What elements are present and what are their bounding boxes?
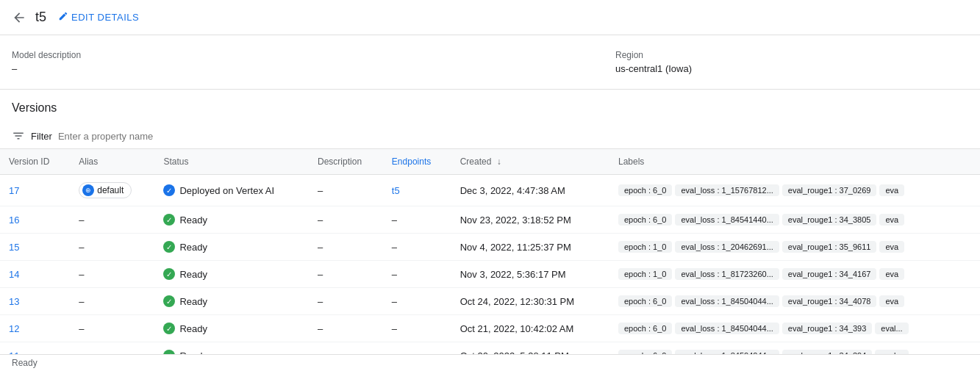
ready-icon: ✓ (163, 241, 175, 253)
label-chip: eva (879, 184, 904, 196)
version-id-cell: 17 (0, 175, 70, 206)
label-chip: eval_loss : 1_81723260... (675, 268, 779, 280)
status-bar: Ready (0, 354, 980, 371)
status-cell: ✓Ready (154, 288, 309, 315)
created-cell: Nov 23, 2022, 3:18:52 PM (451, 206, 609, 234)
description-cell: – (309, 261, 383, 288)
label-chip: epoch : 6_0 (618, 214, 673, 226)
label-chip: eval_loss : 1_84504044... (675, 323, 779, 334)
versions-table-container: Version ID Alias Status Description Endp… (0, 149, 980, 371)
label-chip: eval_loss : 1_15767812... (675, 184, 779, 196)
versions-title: Versions (0, 90, 980, 123)
back-button[interactable] (12, 10, 26, 25)
label-chip: epoch : 1_0 (618, 268, 673, 280)
alias-cell: ⊕ default (70, 175, 154, 206)
labels-cell: epoch : 6_0eval_loss : 1_84541440...eval… (609, 206, 980, 234)
label-chip: eva (879, 268, 904, 280)
ready-icon: ✓ (163, 323, 175, 334)
versions-table: Version ID Alias Status Description Endp… (0, 149, 980, 371)
alias-cell: – (70, 206, 154, 234)
description-cell: – (309, 206, 383, 234)
version-id-cell: 14 (0, 261, 70, 288)
label-chip: eval_rouge1 : 34_3805 (782, 214, 877, 226)
endpoint-cell: – (383, 288, 451, 315)
created-cell: Nov 4, 2022, 11:25:37 PM (451, 234, 609, 261)
col-labels: Labels (609, 149, 980, 175)
endpoint-cell: – (383, 315, 451, 342)
alias-cell: – (70, 234, 154, 261)
ready-icon: ✓ (163, 214, 175, 226)
status-cell: ✓Ready (154, 261, 309, 288)
label-chip: eva (879, 214, 904, 226)
label-chip: epoch : 1_0 (618, 241, 673, 253)
version-id-link[interactable]: 16 (9, 215, 19, 226)
version-id-cell: 13 (0, 288, 70, 315)
version-id-link[interactable]: 13 (9, 296, 19, 307)
edit-details-button[interactable]: EDIT DETAILS (58, 11, 139, 24)
alias-chip: ⊕ default (79, 182, 132, 198)
status-cell: ✓Deployed on Vertex AI (154, 175, 309, 206)
label-chip: eval_rouge1 : 34_393 (782, 323, 872, 334)
label-chip: eval_rouge1 : 37_0269 (782, 184, 877, 196)
ready-icon: ✓ (163, 268, 175, 280)
label-chip: eval_loss : 1_20462691... (675, 241, 779, 253)
col-status: Status (154, 149, 309, 175)
version-id-link[interactable]: 15 (9, 242, 19, 253)
description-label: Model description (12, 50, 601, 60)
alias-cell: – (70, 261, 154, 288)
label-chip: eval_rouge1 : 35_9611 (782, 241, 877, 253)
endpoint-link[interactable]: t5 (392, 185, 400, 196)
description-value: – (12, 63, 601, 74)
description-cell: – (309, 234, 383, 261)
filter-input[interactable] (58, 131, 968, 142)
label-chip: eval_loss : 1_84504044... (675, 295, 779, 307)
label-chip: eval_rouge1 : 34_4078 (782, 295, 877, 307)
table-row: 13–✓Ready––Oct 24, 2022, 12:30:31 PMepoc… (0, 288, 980, 315)
table-header: Version ID Alias Status Description Endp… (0, 149, 980, 175)
model-description-section: Model description – (12, 50, 601, 74)
col-endpoints: Endpoints (383, 149, 451, 175)
version-id-cell: 15 (0, 234, 70, 261)
model-name: t5 (35, 10, 46, 25)
status-text: Ready (179, 215, 207, 226)
region-section: Region us-central1 (Iowa) (601, 50, 968, 74)
region-label: Region (615, 50, 968, 60)
pencil-icon (58, 11, 68, 24)
filter-bar: Filter (0, 123, 980, 149)
col-created[interactable]: Created ↓ (451, 149, 609, 175)
label-chip: eva (879, 295, 904, 307)
ready-icon: ✓ (163, 295, 175, 307)
labels-cell: epoch : 6_0eval_loss : 1_84504044...eval… (609, 288, 980, 315)
alias-cell: – (70, 315, 154, 342)
table-row: 16–✓Ready––Nov 23, 2022, 3:18:52 PMepoch… (0, 206, 980, 234)
endpoint-cell: – (383, 261, 451, 288)
status-text: Ready (179, 242, 207, 253)
status-cell: ✓Ready (154, 234, 309, 261)
endpoint-cell: – (383, 206, 451, 234)
deployed-icon: ✓ (163, 184, 175, 196)
edit-details-label: EDIT DETAILS (71, 12, 139, 23)
version-id-link[interactable]: 12 (9, 323, 19, 334)
labels-cell: epoch : 6_0eval_loss : 1_84504044...eval… (609, 315, 980, 342)
version-id-link[interactable]: 17 (9, 185, 19, 196)
label-chip: eval_loss : 1_84541440... (675, 214, 779, 226)
labels-cell: epoch : 1_0eval_loss : 1_81723260...eval… (609, 261, 980, 288)
labels-cell: epoch : 1_0eval_loss : 1_20462691...eval… (609, 234, 980, 261)
col-alias: Alias (70, 149, 154, 175)
description-cell: – (309, 175, 383, 206)
label-chip: eval... (875, 323, 908, 334)
table-row: 14–✓Ready––Nov 3, 2022, 5:36:17 PMepoch … (0, 261, 980, 288)
table-row: 17⊕ default✓Deployed on Vertex AI–t5Dec … (0, 175, 980, 206)
created-cell: Oct 21, 2022, 10:42:02 AM (451, 315, 609, 342)
status-cell: ✓Ready (154, 206, 309, 234)
filter-label: Filter (31, 131, 52, 142)
table-body: 17⊕ default✓Deployed on Vertex AI–t5Dec … (0, 175, 980, 372)
info-section: Model description – Region us-central1 (… (0, 35, 980, 90)
status-text: Ready (179, 296, 207, 307)
endpoint-cell: – (383, 234, 451, 261)
sort-desc-icon: ↓ (497, 156, 501, 167)
label-chip: eva (879, 241, 904, 253)
label-chip: epoch : 6_0 (618, 184, 673, 196)
version-id-link[interactable]: 14 (9, 269, 19, 280)
status-cell: ✓Ready (154, 315, 309, 342)
